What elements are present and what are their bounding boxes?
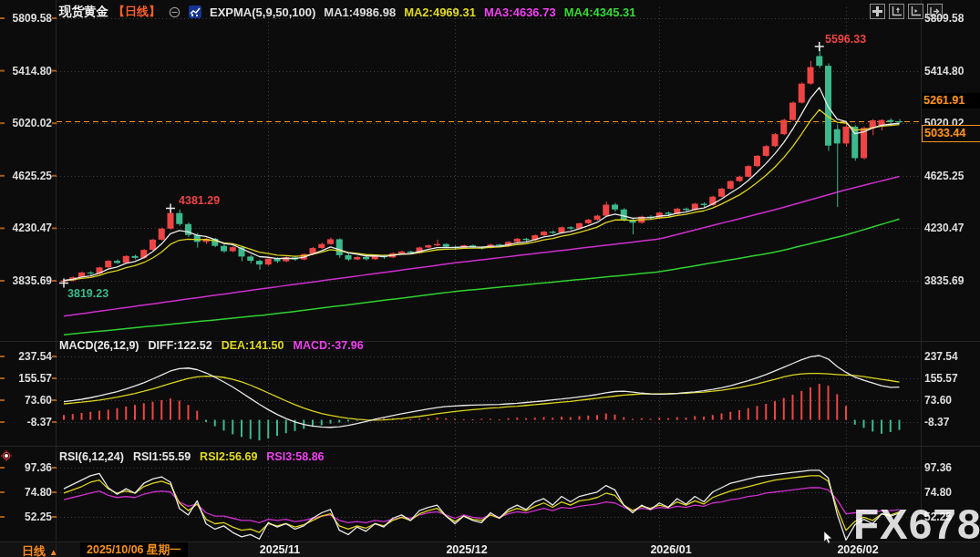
period-tag: 【日线】 xyxy=(113,4,160,20)
rsi2-value: RSI2:56.69 xyxy=(200,450,257,463)
bottombar-divider xyxy=(56,542,57,557)
month-label: 2025/12 xyxy=(446,543,487,556)
annotation-peak-high: 5596.33 xyxy=(825,33,866,46)
macd-diff-value: DIFF:122.52 xyxy=(149,339,212,352)
chart-toolbar xyxy=(866,4,943,19)
period-label: 日线 xyxy=(22,544,46,557)
chart-canvas[interactable] xyxy=(0,0,980,557)
rsi-header: RSI(6,12,24) RSI1:55.59 RSI2:56.69 RSI3:… xyxy=(59,450,325,463)
month-label: 2025/11 xyxy=(260,543,301,556)
rsi-title: RSI(6,12,24) xyxy=(59,450,124,463)
symbol-name: 现货黄金 xyxy=(59,4,108,20)
chart-header: 现货黄金 【日线】 EXPMA(5,9,50,100) MA1:4986.98 … xyxy=(59,4,635,20)
live-indicator-icon xyxy=(1,449,12,465)
watermark: FX678 xyxy=(853,500,980,549)
axis-scale-right-icon[interactable] xyxy=(908,4,923,19)
ma2-value: MA2:4969.31 xyxy=(404,5,476,19)
indicator-label: EXPMA(5,9,50,100) xyxy=(210,5,315,19)
macd-header: MACD(26,12,9) DIFF:122.52 DEA:141.50 MAC… xyxy=(59,339,364,352)
axis-scale-up-icon[interactable] xyxy=(889,4,904,19)
ma4-value: MA4:4345.31 xyxy=(564,5,636,19)
period-arrow-icon: ▲ xyxy=(49,547,58,557)
kline-mini-icon[interactable] xyxy=(189,5,201,18)
export-chart-icon[interactable] xyxy=(927,4,943,19)
highlighted-date: 2025/10/06 星期一 xyxy=(80,542,188,557)
mouse-cursor-icon xyxy=(823,531,833,548)
macd-hist-value: MACD:-37.96 xyxy=(294,339,364,352)
pan-crosshair-icon[interactable] xyxy=(870,4,885,19)
chart-settings-icon[interactable] xyxy=(169,6,181,18)
month-label: 2026/01 xyxy=(650,543,691,556)
macd-title: MACD(26,12,9) xyxy=(59,339,139,352)
period-selector[interactable]: 日线 ▲ xyxy=(22,543,58,557)
rsi3-value: RSI3:58.86 xyxy=(266,450,324,463)
rsi1-value: RSI1:55.59 xyxy=(133,450,191,463)
annotation-oct-high: 4381.29 xyxy=(179,194,220,207)
ma1-value: MA1:4986.98 xyxy=(324,5,396,19)
macd-dea-value: DEA:141.50 xyxy=(222,339,284,352)
price-tag-current: 5033.44 xyxy=(922,125,980,142)
trading-app-window: 现货黄金 【日线】 EXPMA(5,9,50,100) MA1:4986.98 … xyxy=(0,0,980,557)
annotation-oct-low: 3819.23 xyxy=(67,287,108,300)
price-tag-secondary: 5261.91 xyxy=(922,93,980,108)
ma3-value: MA3:4636.73 xyxy=(484,5,556,19)
